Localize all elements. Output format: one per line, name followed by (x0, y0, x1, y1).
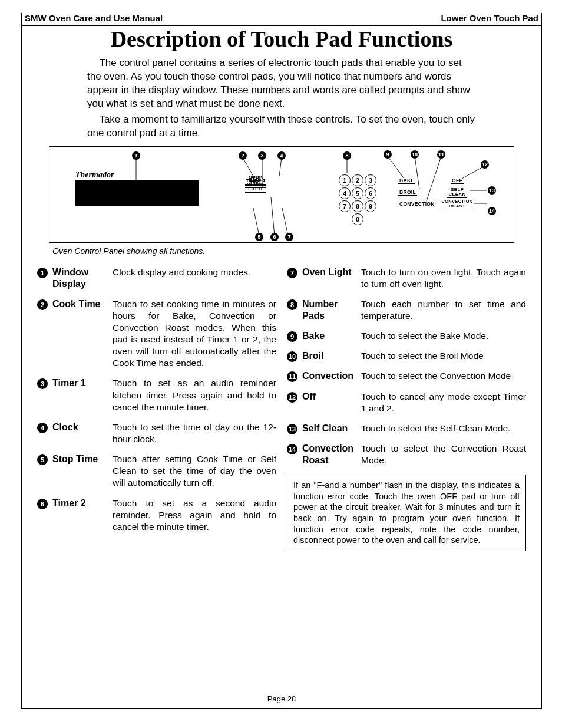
desc-11: Touch to select the Convection Mode (361, 370, 526, 382)
btn-convection-roast: CONVECTIONROAST (440, 199, 474, 209)
numpad-3: 3 (365, 174, 376, 186)
bullet-7: 7 (287, 268, 297, 278)
svg-line-6 (282, 208, 288, 236)
callout-10: 10 (411, 150, 419, 159)
btn-oven-light: OVENLIGHT (245, 182, 266, 192)
page-number: Page 28 (22, 694, 541, 703)
column-left: 1Window DisplayClock display and cooking… (37, 266, 276, 551)
desc-6: Touch to set as a second audio reminder.… (113, 498, 276, 533)
bullet-8: 8 (287, 299, 297, 310)
term-7: Oven Light (302, 266, 361, 290)
intro: The control panel contains a series of e… (87, 57, 476, 140)
term-9: Bake (302, 330, 361, 342)
btn-self-clean: SELFCLEAN (447, 187, 467, 198)
term-14: Convection Roast (302, 443, 361, 466)
bullet-14: 14 (287, 444, 297, 454)
numpad-1: 1 (339, 174, 351, 186)
callout-14: 14 (488, 207, 496, 215)
numpad-2: 2 (352, 174, 363, 186)
numpad-0: 0 (352, 213, 363, 225)
bullet-9: 9 (287, 331, 297, 342)
term-5: Stop Time (52, 453, 113, 489)
numpad-9: 9 (365, 200, 376, 212)
function-list: 1Window DisplayClock display and cooking… (37, 266, 526, 551)
bullet-2: 2 (37, 299, 48, 310)
callout-9: 9 (384, 150, 392, 159)
desc-4: Touch to set the time of day on the 12-h… (113, 421, 276, 445)
numpad-8: 8 (352, 200, 363, 212)
callout-3: 3 (258, 151, 266, 160)
term-1: Window Display (52, 266, 113, 290)
btn-convection: CONVECTION (398, 201, 436, 207)
numpad-6: 6 (365, 187, 376, 199)
svg-line-4 (253, 208, 259, 236)
control-panel-diagram: 1 2 3 4 5 6 7 8 9 10 11 12 13 14 Thermad… (49, 146, 514, 243)
desc-3: Touch to set as an audio reminder kitche… (113, 377, 276, 413)
callout-8: 8 (343, 151, 351, 160)
callout-2: 2 (239, 151, 247, 160)
bullet-5: 5 (37, 454, 48, 465)
brand-logo: Thermador (75, 170, 114, 180)
btn-off: OFF (451, 177, 464, 184)
bullet-3: 3 (37, 378, 48, 389)
page-title: Description of Touch Pad Functions (22, 26, 541, 52)
btn-bake: BAKE (398, 177, 415, 184)
term-10: Broil (302, 350, 361, 362)
bullet-4: 4 (37, 423, 48, 433)
svg-line-5 (271, 197, 275, 236)
term-11: Convection (302, 370, 361, 382)
callout-7: 7 (285, 233, 293, 241)
panel-caption: Oven Control Panel showing all functions… (52, 246, 514, 256)
bullet-6: 6 (37, 499, 48, 509)
page-frame: Description of Touch Pad Functions The c… (21, 13, 542, 709)
callout-11: 11 (437, 150, 445, 159)
bullet-13: 13 (287, 424, 297, 434)
desc-12: Touch to cancel any mode except Timer 1 … (361, 391, 526, 414)
term-12: Off (302, 391, 361, 414)
svg-line-3 (279, 157, 282, 176)
callout-13: 13 (488, 186, 496, 195)
term-3: Timer 1 (52, 377, 113, 413)
desc-14: Touch to select the Convection Roast Mod… (361, 443, 526, 466)
desc-9: Touch to select the Bake Mode. (361, 330, 526, 342)
term-2: Cook Time (52, 298, 113, 370)
numpad-7: 7 (339, 200, 351, 212)
callout-6: 6 (270, 233, 279, 241)
desc-5: Touch after setting Cook Time or Self Cl… (113, 453, 276, 489)
intro-p2: Take a moment to familiarize yourself wi… (87, 113, 476, 140)
desc-13: Touch to select the Self-Clean Mode. (361, 423, 526, 434)
bullet-1: 1 (37, 268, 48, 278)
numpad-4: 4 (339, 187, 351, 199)
desc-7: Touch to turn on oven light. Touch again… (361, 266, 526, 290)
mode-col-left: BAKE BROIL CONVECTION (398, 175, 430, 210)
svg-line-1 (243, 157, 253, 176)
numpad-5: 5 (352, 187, 363, 199)
number-pad: 123 456 789 0 (338, 174, 377, 226)
term-6: Timer 2 (52, 498, 113, 533)
column-right: 7Oven LightTouch to turn on oven light. … (287, 266, 526, 551)
desc-1: Clock display and cooking modes. (113, 266, 276, 290)
desc-10: Touch to select the Broil Mode (361, 350, 526, 362)
btn-broil: BROIL (398, 189, 417, 196)
bullet-12: 12 (287, 392, 297, 403)
error-note: If an "F-and a number" flash in the disp… (287, 475, 526, 551)
callout-12: 12 (481, 160, 489, 169)
callout-5: 5 (255, 233, 263, 241)
bullet-10: 10 (287, 351, 297, 362)
bullet-11: 11 (287, 371, 297, 382)
desc-2: Touch to set cooking time in minutes or … (113, 298, 276, 370)
oven-display (75, 180, 199, 206)
term-13: Self Clean (302, 423, 361, 434)
term-4: Clock (52, 421, 113, 445)
callout-1: 1 (132, 151, 140, 160)
desc-8: Touch each number to set time and temper… (361, 298, 526, 322)
term-8: Number Pads (302, 298, 361, 322)
mode-col-right: OFF SELFCLEAN CONVECTIONROAST (439, 175, 475, 210)
intro-p1: The control panel contains a series of e… (87, 57, 476, 111)
callout-4: 4 (277, 151, 286, 160)
